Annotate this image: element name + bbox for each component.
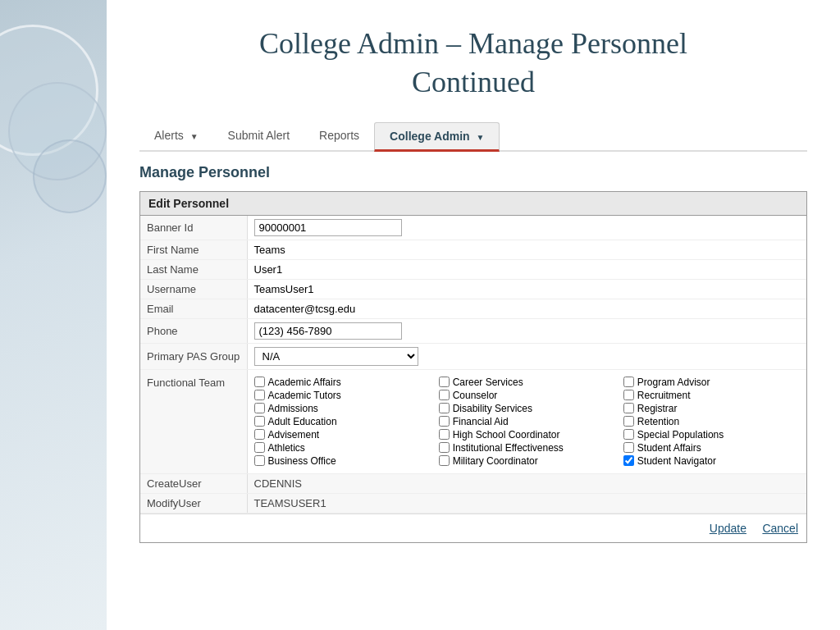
checkbox-item: Academic Tutors (254, 390, 431, 401)
checkbox-career-services[interactable] (439, 377, 450, 387)
checkbox-financial-aid[interactable] (439, 416, 450, 427)
checkbox-item: Disability Services (439, 403, 615, 414)
cell-functional-team: Academic AffairsCareer ServicesProgram A… (247, 369, 806, 473)
row-primary-pas: Primary PAS Group N/A (140, 343, 806, 369)
nav-item-reports[interactable]: Reports (304, 122, 374, 151)
decorative-panel (0, 0, 107, 630)
checkbox-recruitment[interactable] (623, 390, 634, 400)
checkbox-adult-education[interactable] (254, 416, 265, 427)
checkbox-label-adult-education: Adult Education (268, 416, 337, 427)
checkbox-military-coordinator[interactable] (439, 455, 450, 466)
cell-username: TeamsUser1 (247, 279, 806, 299)
checkbox-academic-affairs[interactable] (254, 377, 265, 387)
checkbox-business-office[interactable] (254, 455, 265, 466)
checkbox-label-student-navigator: Student Navigator (637, 455, 716, 467)
cell-email: datacenter@tcsg.edu (247, 299, 806, 318)
checkbox-institutional-effectiveness[interactable] (439, 442, 450, 453)
checkbox-item: Student Navigator (623, 455, 800, 467)
checkbox-label-high-school-coordinator: High School Coordinator (453, 429, 560, 441)
checkbox-item: Advisement (254, 429, 431, 441)
checkbox-label-admissions: Admissions (268, 403, 318, 414)
checkbox-program-advisor[interactable] (623, 377, 634, 387)
nav-bar: Alerts ▼ Submit Alert Reports College Ad… (139, 122, 807, 152)
page-title: College Admin – Manage Personnel Continu… (139, 25, 807, 102)
input-phone[interactable] (254, 322, 402, 340)
checkbox-item: Special Populations (623, 429, 800, 441)
checkbox-label-financial-aid: Financial Aid (453, 416, 509, 427)
row-modify-user: ModifyUser TEAMSUSER1 (140, 493, 806, 513)
select-primary-pas[interactable]: N/A (254, 347, 418, 366)
checkbox-high-school-coordinator[interactable] (439, 429, 450, 440)
checkbox-label-business-office: Business Office (268, 455, 336, 467)
checkbox-academic-tutors[interactable] (254, 390, 265, 400)
checkbox-disability-services[interactable] (439, 403, 450, 413)
row-email: Email datacenter@tcsg.edu (140, 299, 806, 318)
nav-item-submit-alert[interactable]: Submit Alert (213, 122, 304, 151)
checkbox-item: Athletics (254, 442, 431, 454)
checkbox-admissions[interactable] (254, 403, 265, 413)
checkbox-student-navigator[interactable] (623, 455, 634, 466)
checkbox-advisement[interactable] (254, 429, 265, 440)
label-username: Username (140, 279, 247, 299)
cell-primary-pas: N/A (247, 343, 806, 369)
content-area: College Admin – Manage Personnel Continu… (107, 0, 840, 630)
page-title-line2: Continued (412, 66, 535, 98)
checkbox-label-recruitment: Recruitment (637, 390, 691, 401)
nav-label-reports: Reports (319, 129, 359, 142)
label-banner-id: Banner Id (140, 216, 247, 240)
checkbox-label-registrar: Registrar (637, 403, 678, 414)
label-phone: Phone (140, 318, 247, 343)
checkbox-retention[interactable] (623, 416, 634, 427)
checkbox-label-athletics: Athletics (268, 442, 305, 454)
label-create-user: CreateUser (140, 473, 247, 493)
nav-arrow-college-admin: ▼ (477, 133, 485, 142)
nav-item-alerts[interactable]: Alerts ▼ (139, 122, 213, 151)
section-title: Manage Personnel (139, 164, 807, 181)
cell-phone (247, 318, 806, 343)
checkbox-label-institutional-effectiveness: Institutional Effectiveness (453, 442, 564, 454)
cancel-link[interactable]: Cancel (762, 522, 798, 535)
label-first-name: First Name (140, 240, 247, 259)
checkbox-student-affairs[interactable] (623, 442, 634, 453)
label-primary-pas: Primary PAS Group (140, 343, 247, 369)
label-modify-user: ModifyUser (140, 493, 247, 513)
checkbox-label-counselor: Counselor (453, 390, 498, 401)
checkbox-item: Academic Affairs (254, 377, 431, 388)
label-email: Email (140, 299, 247, 318)
nav-item-college-admin[interactable]: College Admin ▼ (374, 122, 500, 152)
checkbox-item: Recruitment (623, 390, 800, 401)
checkbox-athletics[interactable] (254, 442, 265, 453)
input-banner-id[interactable] (254, 219, 402, 236)
nav-label-alerts: Alerts (154, 129, 184, 142)
cell-create-user: CDENNIS (247, 473, 806, 493)
checkbox-label-advisement: Advisement (268, 429, 320, 441)
label-last-name: Last Name (140, 259, 247, 279)
checkbox-label-academic-tutors: Academic Tutors (268, 390, 341, 401)
cell-first-name: Teams (247, 240, 806, 259)
checkbox-item: Business Office (254, 455, 431, 467)
cell-modify-user: TEAMSUSER1 (247, 493, 806, 513)
checkbox-special-populations[interactable] (623, 429, 634, 440)
functional-team-checkboxes: Academic AffairsCareer ServicesProgram A… (254, 373, 801, 470)
cell-banner-id (247, 216, 806, 240)
page-title-line1: College Admin – Manage Personnel (259, 27, 687, 60)
checkbox-registrar[interactable] (623, 403, 634, 413)
update-link[interactable]: Update (710, 522, 746, 535)
checkbox-label-military-coordinator: Military Coordinator (453, 455, 538, 467)
checkbox-label-academic-affairs: Academic Affairs (268, 377, 341, 388)
checkbox-label-special-populations: Special Populations (637, 429, 724, 441)
checkbox-item: High School Coordinator (439, 429, 615, 441)
checkbox-label-student-affairs: Student Affairs (637, 442, 701, 454)
checkbox-item: Career Services (439, 377, 615, 388)
actions-row: Update Cancel (140, 514, 806, 542)
checkbox-counselor[interactable] (439, 390, 450, 400)
form-table: Banner Id First Name Teams Last Name Use… (140, 216, 806, 514)
checkbox-label-retention: Retention (637, 416, 679, 427)
row-phone: Phone (140, 318, 806, 343)
checkbox-label-program-advisor: Program Advisor (637, 377, 710, 388)
checkbox-item: Program Advisor (623, 377, 800, 388)
checkbox-item: Military Coordinator (439, 455, 615, 467)
label-functional-team: Functional Team (140, 369, 247, 473)
checkbox-item: Counselor (439, 390, 615, 401)
checkbox-item: Registrar (623, 403, 800, 414)
